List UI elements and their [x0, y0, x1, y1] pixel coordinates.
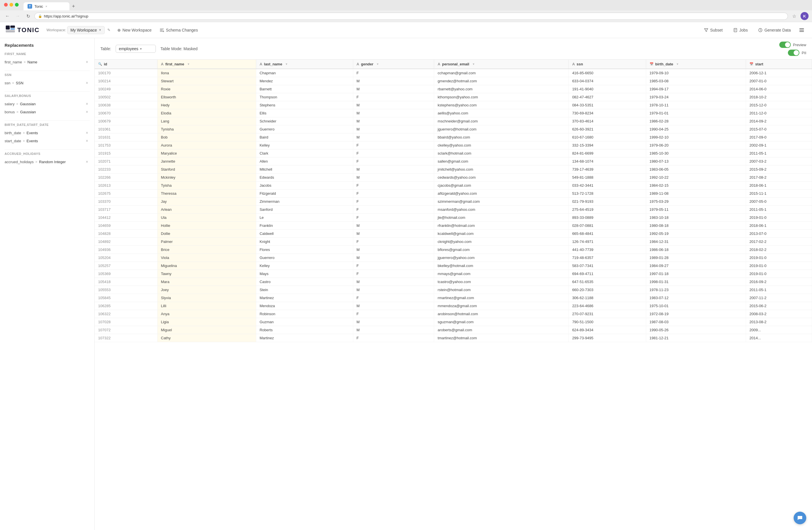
cell-email: jguerrero@yahoo.com	[434, 254, 569, 262]
cell-lastname: Jacobs	[256, 181, 353, 190]
maximize-dot[interactable]	[15, 3, 19, 6]
cell-ssn: 084-33-5351	[569, 101, 646, 109]
cell-id: 101061	[95, 125, 157, 133]
refresh-button[interactable]: ↻	[24, 12, 32, 20]
back-button[interactable]: ←	[3, 12, 12, 20]
col-header-firstname[interactable]: A first_name ▼	[157, 60, 256, 69]
remove-button[interactable]: ×	[84, 109, 90, 115]
table-row: 101915MaryaliceClarkFsclark@hotmail.com8…	[95, 149, 812, 158]
cell-id: 106285	[95, 302, 157, 310]
cell-startdate: 2017-08-2	[746, 174, 812, 181]
remove-button[interactable]: ×	[84, 130, 90, 136]
cell-ssn: 626-60-3921	[569, 125, 646, 133]
col-header-ssn[interactable]: A ssn	[569, 60, 646, 69]
cell-email: sallen@gmail.com	[434, 158, 569, 165]
cell-email: ckelley@yahoo.com	[434, 142, 569, 149]
table-select-dropdown[interactable]: employees ▼	[116, 45, 156, 53]
cell-birthdate: 1986-06-18	[646, 246, 746, 254]
table-row: 105553JoeySteinMrstein@hotmail.com660-20…	[95, 286, 812, 294]
table-row: 104828DollieCaldwellMkcaldwell@gmail.com…	[95, 230, 812, 238]
table-row: 104936BriceFloresMbflores@gmail.com441-4…	[95, 246, 812, 254]
chat-button[interactable]	[794, 512, 806, 524]
remove-button[interactable]: ×	[84, 138, 90, 144]
remove-button[interactable]: ×	[84, 101, 90, 107]
tab-close-button[interactable]: ×	[45, 4, 47, 8]
generate-data-button[interactable]: Generate Data	[754, 26, 795, 34]
cell-email: bflores@gmail.com	[434, 246, 569, 254]
svg-rect-6	[734, 28, 737, 32]
arrow-icon: »	[16, 102, 18, 106]
cell-gender: M	[353, 246, 434, 254]
edit-workspace-button[interactable]: ✎	[105, 26, 113, 34]
replacement-item: first_name » Name ×	[4, 58, 90, 66]
col-header-email[interactable]: A personal_email ▼	[434, 60, 569, 69]
cell-ssn: 021-79-9193	[569, 197, 646, 206]
replacement-target: Name	[27, 60, 37, 64]
replacement-item: birth_date » Events ×	[4, 129, 90, 137]
replacement-source: ssn	[4, 81, 10, 85]
cell-birthdate: 1972-08-19	[646, 310, 746, 318]
cell-id: 103717	[95, 206, 157, 214]
cell-startdate: 2018-10-2	[746, 93, 812, 101]
cell-email: mschneider@gmail.com	[434, 117, 569, 125]
cell-startdate: 2007-03-2	[746, 158, 812, 165]
col-label-id: id	[104, 62, 107, 66]
nav-right: Subset Jobs Generate Data	[700, 26, 806, 35]
forward-button[interactable]: →	[14, 12, 22, 20]
cell-id: 105845	[95, 294, 157, 302]
remove-button[interactable]: ×	[84, 159, 90, 165]
bookmark-button[interactable]: ☆	[790, 12, 798, 20]
sidebar: Replacements FIRST_NAME first_name » Nam…	[0, 38, 95, 530]
cell-startdate: 2019-01-0	[746, 270, 812, 278]
cell-id: 107072	[95, 326, 157, 334]
remove-button[interactable]: ×	[84, 59, 90, 65]
replacement-text: salary » Gaussian	[4, 102, 35, 106]
pii-toggle[interactable]	[788, 49, 799, 56]
toggles-area: Preview PII	[779, 42, 806, 56]
col-header-id[interactable]: 🔍 id	[95, 60, 157, 69]
cell-firstname: Lilli	[157, 302, 256, 310]
cell-startdate: 2015-11-1	[746, 190, 812, 197]
cell-id: 100670	[95, 109, 157, 117]
replacement-source: start_date	[4, 139, 21, 143]
replacement-group-dates: BIRTH_DATE,START_DATE birth_date » Event…	[4, 123, 90, 145]
profile-avatar[interactable]: K	[800, 12, 809, 20]
url-bar[interactable]: 🔒 https://app.tonic.ai/?signup	[34, 13, 788, 20]
tab-favicon-icon: T	[28, 4, 32, 9]
cell-firstname: Theressa	[157, 190, 256, 197]
preview-toggle[interactable]	[779, 42, 791, 48]
close-dot[interactable]	[4, 3, 8, 6]
table-row: 101753AuroraKelleyFckelley@yahoo.com332-…	[95, 142, 812, 149]
cell-id: 104659	[95, 222, 157, 230]
table-row: 103370JayZimmermanFszimmerman@gmail.com0…	[95, 197, 812, 206]
subset-button[interactable]: Subset	[700, 26, 727, 34]
cell-email: kstephens@yahoo.com	[434, 101, 569, 109]
remove-button[interactable]: ×	[84, 80, 90, 86]
replacement-target: SSN	[16, 81, 24, 85]
cell-lastname: Kelley	[256, 142, 353, 149]
new-workspace-button[interactable]: ⊕ New Workspace	[113, 26, 156, 34]
workspace-dropdown[interactable]: My Workspace ▼	[67, 26, 104, 34]
col-header-gender[interactable]: A gender ▼	[353, 60, 434, 69]
browser-tab[interactable]: T Tonic ×	[24, 2, 70, 10]
col-label-lastname: last_name	[264, 62, 282, 66]
cell-ssn: 694-69-4711	[569, 270, 646, 278]
table-select-chevron-icon: ▼	[140, 47, 142, 50]
col-header-birthdate[interactable]: 📅 birth_date ▼	[646, 60, 746, 69]
cell-email: gmendez@hotmail.com	[434, 77, 569, 85]
cell-ssn: 223-64-4686	[569, 302, 646, 310]
jobs-button[interactable]: Jobs	[729, 26, 752, 34]
col-header-lastname[interactable]: A last_name ▼	[256, 60, 353, 69]
cell-birthdate: 1983-10-18	[646, 214, 746, 222]
col-header-startdate[interactable]: 📅 start	[746, 60, 812, 69]
data-table-container[interactable]: 🔍 id A first_name ▼	[95, 60, 812, 530]
new-tab-button[interactable]: +	[70, 2, 77, 10]
table-label: Table:	[100, 46, 111, 51]
hamburger-menu-button[interactable]	[797, 26, 806, 35]
cell-startdate: 2017-02-2	[746, 238, 812, 246]
cell-birthdate: 1989-01-28	[646, 254, 746, 262]
schema-changes-button[interactable]: Schema Changes	[156, 26, 202, 34]
cell-firstname: Jannette	[157, 158, 256, 165]
cell-ssn: 739-17-4639	[569, 165, 646, 174]
minimize-dot[interactable]	[10, 3, 13, 6]
